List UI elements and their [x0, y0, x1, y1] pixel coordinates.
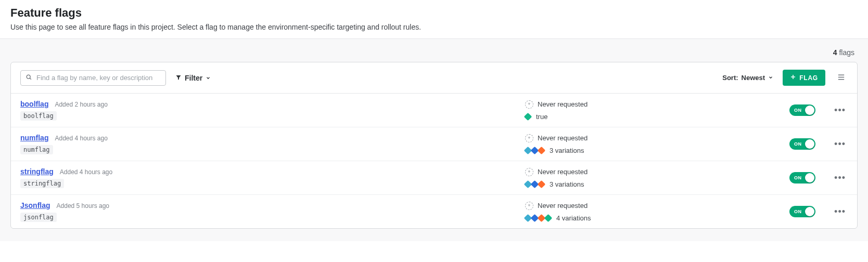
flag-added-label: Added 4 hours ago — [55, 135, 107, 142]
flag-toggle[interactable]: ON — [789, 206, 815, 217]
variation-diamonds — [525, 181, 545, 187]
toggle-knob — [805, 207, 814, 216]
variation-diamond-icon — [544, 214, 553, 222]
flag-count: 4 flags — [10, 45, 858, 62]
flag-list: boolflagAdded 2 hours agoboolflag+Never … — [11, 94, 857, 228]
variation-diamonds — [525, 215, 552, 221]
page-header: Feature flags Use this page to see all f… — [0, 0, 868, 39]
flag-name-link[interactable]: stringflag — [20, 167, 54, 176]
variation-label: true — [536, 113, 547, 121]
flag-added-label: Added 5 hours ago — [57, 202, 109, 209]
toggle-label: ON — [794, 108, 802, 113]
add-flag-button[interactable]: Flag — [783, 70, 825, 86]
filter-icon — [175, 74, 182, 82]
flags-panel: Filter Sort: Newest Flag — [10, 62, 858, 229]
filter-button[interactable]: Filter — [175, 74, 211, 82]
page-title: Feature flags — [10, 6, 858, 20]
variation-diamonds — [525, 148, 545, 153]
variation-label: 3 variations — [550, 147, 584, 154]
toggle-label: ON — [794, 175, 802, 180]
flag-status: +Never requested3 variations — [525, 134, 640, 154]
toggle-label: ON — [794, 141, 802, 147]
variation-label: 4 variations — [556, 214, 591, 222]
requested-label: Never requested — [538, 134, 588, 142]
flag-main: numflagAdded 4 hours agonumflag — [20, 134, 517, 154]
flag-main: stringflagAdded 4 hours agostringflag — [20, 167, 517, 188]
flag-row: JsonflagAdded 5 hours agojsonflag+Never … — [11, 195, 857, 228]
flag-row: numflagAdded 4 hours agonumflag+Never re… — [11, 127, 857, 161]
toggle-knob — [805, 173, 814, 182]
flag-controls: ON••• — [648, 103, 848, 117]
add-flag-label: Flag — [799, 74, 818, 82]
add-status-icon[interactable]: + — [525, 168, 533, 176]
requested-label: Never requested — [538, 202, 588, 209]
sort-value: Newest — [742, 74, 765, 82]
row-menu-button[interactable]: ••• — [832, 171, 848, 185]
toolbar: Filter Sort: Newest Flag — [11, 62, 857, 94]
flag-status: +Never requestedtrue — [525, 100, 640, 121]
flag-key: stringflag — [20, 179, 64, 188]
toggle-knob — [805, 139, 814, 149]
filter-label: Filter — [185, 74, 202, 82]
flag-key: boolflag — [20, 111, 57, 121]
sort-dropdown[interactable]: Sort: Newest — [722, 74, 773, 82]
row-menu-button[interactable]: ••• — [832, 137, 848, 151]
content-area: 4 flags Filter Sort: — [0, 39, 868, 241]
flag-main: JsonflagAdded 5 hours agojsonflag — [20, 201, 517, 222]
flag-count-label: flags — [839, 48, 854, 57]
flag-status: +Never requested3 variations — [525, 168, 640, 188]
flag-main: boolflagAdded 2 hours agoboolflag — [20, 100, 517, 121]
requested-label: Never requested — [538, 100, 588, 108]
search-wrap — [20, 70, 166, 86]
flag-row: boolflagAdded 2 hours agoboolflag+Never … — [11, 94, 857, 127]
add-status-icon[interactable]: + — [525, 100, 533, 109]
variation-diamonds — [525, 114, 532, 120]
toggle-label: ON — [794, 209, 802, 214]
flag-key: jsonflag — [20, 213, 57, 222]
requested-label: Never requested — [538, 168, 588, 176]
flag-key: numflag — [20, 145, 53, 154]
sort-label: Sort: — [722, 74, 738, 82]
toggle-knob — [805, 106, 814, 115]
flag-name-link[interactable]: numflag — [20, 134, 48, 142]
add-status-icon[interactable]: + — [525, 202, 533, 210]
search-input[interactable] — [20, 70, 166, 86]
chevron-down-icon — [768, 74, 773, 82]
add-status-icon[interactable]: + — [525, 134, 533, 142]
flag-toggle[interactable]: ON — [789, 138, 815, 150]
flag-name-link[interactable]: boolflag — [20, 100, 48, 108]
variation-label: 3 variations — [550, 180, 584, 188]
flag-name-link[interactable]: Jsonflag — [20, 201, 50, 209]
view-options-button[interactable] — [835, 71, 848, 85]
chevron-down-icon — [206, 74, 211, 82]
variation-diamond-icon — [538, 180, 546, 188]
row-menu-button[interactable]: ••• — [832, 205, 848, 218]
flag-toggle[interactable]: ON — [789, 104, 815, 116]
variation-diamond-icon — [538, 146, 546, 154]
flag-controls: ON••• — [648, 171, 848, 185]
row-menu-button[interactable]: ••• — [832, 103, 848, 117]
plus-icon — [790, 74, 796, 82]
flag-status: +Never requested4 variations — [525, 202, 640, 222]
flag-count-number: 4 — [833, 48, 837, 57]
flag-toggle[interactable]: ON — [789, 172, 815, 184]
flag-row: stringflagAdded 4 hours agostringflag+Ne… — [11, 161, 857, 195]
flag-added-label: Added 2 hours ago — [55, 101, 107, 108]
page-subtitle: Use this page to see all feature flags i… — [10, 23, 858, 31]
flag-added-label: Added 4 hours ago — [60, 168, 112, 176]
variation-diamond-icon — [524, 112, 532, 121]
flag-controls: ON••• — [648, 137, 848, 151]
flag-controls: ON••• — [648, 205, 848, 218]
